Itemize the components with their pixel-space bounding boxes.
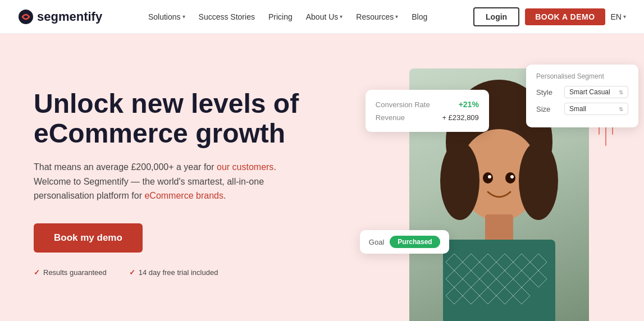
style-select[interactable]: Smart Casual ⇅ bbox=[564, 86, 628, 98]
svg-point-0 bbox=[19, 10, 33, 24]
segment-style-row: Style Smart Casual ⇅ bbox=[536, 86, 628, 98]
svg-point-3 bbox=[440, 141, 479, 220]
logo[interactable]: segmentify bbox=[18, 9, 102, 25]
svg-point-4 bbox=[519, 141, 558, 220]
hero-badges: ✓ Results guaranteed ✓ 14 day free trial… bbox=[34, 268, 327, 277]
svg-rect-5 bbox=[485, 214, 513, 242]
revenue-row: Revenue + £232,809 bbox=[376, 111, 479, 124]
book-demo-button[interactable]: BOOK A DEMO bbox=[525, 8, 605, 25]
svg-point-27 bbox=[510, 175, 514, 178]
header-actions: Login BOOK A DEMO EN ▾ bbox=[473, 7, 626, 26]
hero-visual: Conversion Rate +21% Revenue + £232,809 … bbox=[354, 34, 644, 321]
size-select[interactable]: Small ⇅ bbox=[564, 103, 628, 115]
chevron-down-icon: ▾ bbox=[182, 13, 185, 20]
segment-size-row: Size Small ⇅ bbox=[536, 103, 628, 115]
nav-blog[interactable]: Blog bbox=[406, 9, 433, 25]
nav-solutions[interactable]: Solutions ▾ bbox=[143, 9, 191, 25]
main-nav: Solutions ▾ Success Stories Pricing Abou… bbox=[143, 9, 433, 25]
purchased-badge: Purchased bbox=[390, 236, 440, 248]
check-icon: ✓ bbox=[129, 268, 135, 277]
hero-subtitle: That means an average £200,000+ a year f… bbox=[34, 160, 309, 203]
hero-badge-trial: ✓ 14 day free trial included bbox=[129, 268, 218, 277]
goal-card: Goal Purchased bbox=[360, 230, 449, 254]
site-header: segmentify Solutions ▾ Success Stories P… bbox=[0, 0, 644, 34]
nav-resources[interactable]: Resources ▾ bbox=[350, 9, 404, 25]
hero-badge-results: ✓ Results guaranteed bbox=[34, 268, 107, 277]
book-my-demo-button[interactable]: Book my demo bbox=[34, 223, 143, 253]
login-button[interactable]: Login bbox=[473, 7, 519, 26]
sort-arrows-icon: ⇅ bbox=[619, 106, 623, 112]
language-selector[interactable]: EN ▾ bbox=[611, 12, 626, 21]
check-icon: ✓ bbox=[34, 268, 40, 277]
svg-point-26 bbox=[488, 175, 491, 178]
conversion-rate-row: Conversion Rate +21% bbox=[376, 98, 479, 111]
nav-success-stories[interactable]: Success Stories bbox=[193, 9, 261, 25]
hero-title: Unlock new levels of eCommerce growth bbox=[34, 89, 326, 149]
svg-rect-6 bbox=[443, 240, 555, 321]
nav-pricing[interactable]: Pricing bbox=[263, 9, 298, 25]
sort-arrows-icon: ⇅ bbox=[619, 89, 623, 95]
chevron-down-icon: ▾ bbox=[623, 13, 626, 20]
chevron-down-icon: ▾ bbox=[340, 13, 342, 20]
personalised-segment-card: Personalised Segment Style Smart Casual … bbox=[526, 65, 638, 127]
chevron-down-icon: ▾ bbox=[395, 13, 398, 20]
nav-about-us[interactable]: About Us ▾ bbox=[300, 9, 349, 25]
hero-content: Unlock new levels of eCommerce growth Th… bbox=[0, 34, 354, 321]
svg-point-24 bbox=[483, 172, 493, 184]
hero-section: Unlock new levels of eCommerce growth Th… bbox=[0, 34, 644, 321]
conversion-rate-card: Conversion Rate +21% Revenue + £232,809 bbox=[366, 90, 489, 132]
svg-point-25 bbox=[505, 172, 515, 184]
